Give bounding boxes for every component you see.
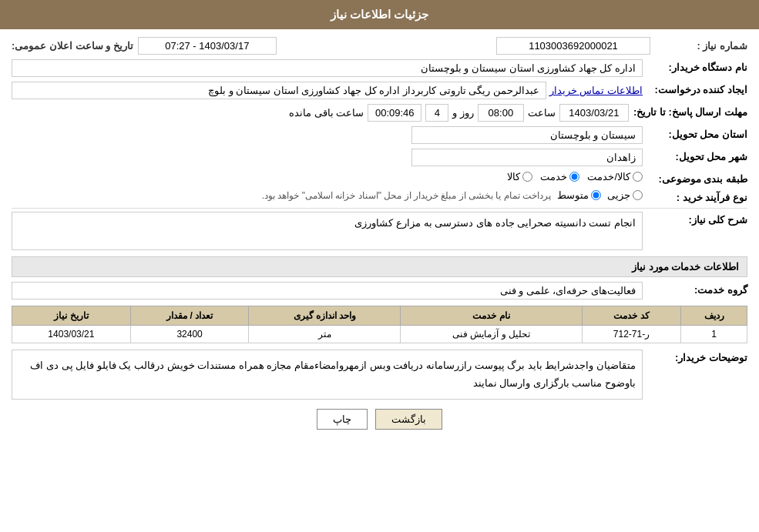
col-header-2: نام خدمت <box>401 306 582 326</box>
cell-unit: متر <box>249 326 401 343</box>
purchase-partial-option[interactable]: جزیی <box>607 189 643 201</box>
province-label: استان محل تحویل: <box>647 126 747 140</box>
deadline-days-label: روز و <box>452 107 474 119</box>
category-both-label: کالا/خدمت <box>587 171 630 182</box>
back-button[interactable]: بازگشت <box>375 409 442 430</box>
announce-date-value: 1403/03/17 - 07:27 <box>138 37 277 55</box>
contact-link[interactable]: اطلاعات تماس خریدار <box>549 85 643 96</box>
cell-service-name: تحلیل و آزمایش فنی <box>401 326 582 343</box>
col-header-3: واحد اندازه گیری <box>249 306 401 326</box>
description-label: شرح کلی نیاز: <box>647 212 747 226</box>
category-goods-label: کالا <box>507 171 520 182</box>
purchase-partial-label: جزیی <box>607 189 630 201</box>
buyer-org-value: اداره کل جهاد کشاورزی استان سیستان و بلو… <box>12 59 643 77</box>
deadline-remaining: 00:09:46 <box>368 104 421 122</box>
category-goods-option[interactable]: کالا <box>507 171 532 182</box>
buyer-org-label: نام دستگاه خریدار: <box>647 59 747 73</box>
buyer-notes-value: متقاضیان واجدشرایط باید برگ پیوست رازرسا… <box>12 350 643 400</box>
service-group-value: فعالیت‌های حرفه‌ای، علمی و فنی <box>12 282 643 299</box>
page-title: جزئیات اطلاعات نیاز <box>331 8 428 21</box>
col-header-4: تعداد / مقدار <box>130 306 249 326</box>
buyer-notes-label: توضیحات خریدار: <box>647 350 747 363</box>
category-label: طبقه بندی موضوعی: <box>647 171 747 185</box>
purchase-type-label: نوع فرآیند خرید : <box>647 189 747 203</box>
category-both-option[interactable]: کالا/خدمت <box>587 171 643 182</box>
deadline-remaining-label: ساعت باقی مانده <box>289 107 364 119</box>
need-number-value: 1103003692000021 <box>496 37 650 55</box>
services-section-title: اطلاعات خدمات مورد نیاز <box>12 256 747 277</box>
services-table: ردیف کد خدمت نام خدمت واحد اندازه گیری ت… <box>12 306 747 343</box>
service-group-label: گروه خدمت: <box>647 282 747 296</box>
button-row: بازگشت چاپ <box>12 409 747 430</box>
cell-row-num: 1 <box>681 326 747 343</box>
category-service-option[interactable]: خدمت <box>540 171 579 182</box>
col-header-0: ردیف <box>681 306 747 326</box>
purchase-medium-option[interactable]: متوسط <box>557 189 601 201</box>
purchase-type-note: پرداخت تمام یا بخشی از مبلغ خریدار از مح… <box>262 190 551 201</box>
deadline-time: 08:00 <box>478 104 524 122</box>
cell-date: 1403/03/21 <box>12 326 131 343</box>
need-number-label: شماره نیاز : <box>655 40 747 52</box>
deadline-date: 1403/03/21 <box>559 104 629 122</box>
deadline-days: 4 <box>425 104 448 122</box>
category-service-label: خدمت <box>540 171 567 182</box>
city-label: شهر محل تحویل: <box>647 149 747 162</box>
deadline-time-label: ساعت <box>528 107 556 119</box>
col-header-5: تاریخ نیاز <box>12 306 131 326</box>
cell-service-code: ر-71-712 <box>582 326 680 343</box>
creator-label: ایجاد کننده درخواست: <box>647 82 747 95</box>
province-value: سیستان و بلوچستان <box>411 126 643 144</box>
page-header: جزئیات اطلاعات نیاز <box>0 0 759 29</box>
cell-quantity: 32400 <box>130 326 249 343</box>
deadline-label: مهلت ارسال پاسخ: تا تاریخ: <box>633 104 747 118</box>
city-value: زاهدان <box>411 149 643 166</box>
print-button[interactable]: چاپ <box>317 409 368 430</box>
announce-date-label: تاریخ و ساعت اعلان عمومی: <box>12 40 133 52</box>
creator-value: عبدالرحمن ریگی تاروتی کاربرداز اداره کل … <box>12 82 546 99</box>
col-header-1: کد خدمت <box>582 306 680 326</box>
description-value: انجام تست دانسیته صحرایی جاده های دسترسی… <box>12 212 643 250</box>
table-row: 1 ر-71-712 تحلیل و آزمایش فنی متر 32400 … <box>12 326 747 343</box>
purchase-medium-label: متوسط <box>557 189 589 201</box>
